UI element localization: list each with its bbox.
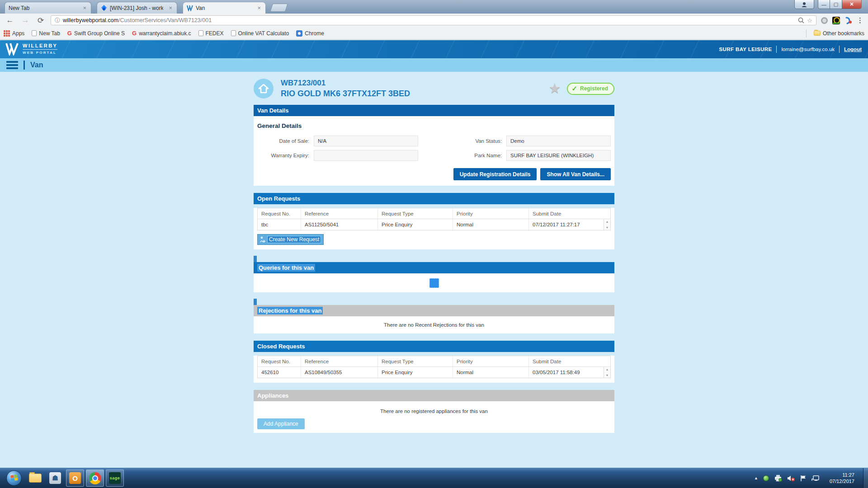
- chrome-icon: [89, 472, 101, 484]
- close-button[interactable]: ✕: [842, 0, 862, 9]
- forward-icon[interactable]: →: [20, 16, 31, 25]
- start-button[interactable]: [6, 470, 22, 486]
- cell-submit-date: 07/12/2017 11:27:17: [529, 219, 610, 230]
- minimize-button[interactable]: —: [818, 0, 830, 9]
- taskbar-sage[interactable]: sage: [106, 469, 124, 487]
- phone-extension-icon[interactable]: [844, 17, 852, 24]
- address-bar[interactable]: ⓘ willerbywebportal.com/CustomerServices…: [51, 15, 816, 25]
- search-icon[interactable]: [798, 17, 804, 23]
- page-icon: [231, 30, 236, 36]
- tab-close-icon[interactable]: ×: [168, 5, 173, 11]
- network-icon[interactable]: [811, 475, 819, 482]
- cell-request-no: 452610: [258, 367, 301, 378]
- taskbar-clock[interactable]: 11:27 07/12/2017: [830, 472, 854, 484]
- show-desktop-button[interactable]: [863, 468, 868, 488]
- person-icon: [801, 2, 807, 7]
- column-header[interactable]: Submit Date: [529, 356, 610, 367]
- table-row[interactable]: 452610 AS10849/50355 Price Enquiry Norma…: [258, 367, 610, 378]
- maximize-button[interactable]: ▢: [830, 0, 842, 9]
- google-g-icon: G: [67, 30, 72, 37]
- tray-status-icon[interactable]: [763, 475, 769, 481]
- logout-link[interactable]: Logout: [844, 47, 862, 52]
- taskbar-outlook[interactable]: O: [66, 469, 84, 487]
- hamburger-menu-icon[interactable]: [6, 61, 18, 69]
- update-registration-button[interactable]: Update Registration Details: [453, 168, 537, 180]
- clock-date: 07/12/2017: [830, 478, 854, 484]
- taskbar-chrome[interactable]: [86, 469, 104, 487]
- bookmark-chrome[interactable]: Chrome: [296, 30, 324, 37]
- willerby-logo[interactable]: WILLERBY WEB PORTAL: [5, 42, 57, 56]
- queries-title: Queries for this van: [257, 264, 315, 272]
- volume-muted-icon[interactable]: [787, 475, 795, 482]
- column-header[interactable]: Reference: [301, 356, 378, 367]
- favourite-star-icon[interactable]: ★: [548, 82, 561, 95]
- chrome-menu-icon[interactable]: ⋮: [857, 16, 863, 24]
- table-scroll-spinner[interactable]: ▲ ▼: [604, 367, 610, 378]
- action-center-flag-icon[interactable]: [800, 475, 807, 482]
- bookmark-label: Apps: [12, 30, 24, 37]
- bookmark-label: Online VAT Calculato: [238, 30, 289, 37]
- field-label: Park Name:: [450, 153, 506, 158]
- column-header[interactable]: Submit Date: [529, 208, 610, 219]
- extension-ring-icon[interactable]: [821, 17, 828, 24]
- back-icon[interactable]: ←: [5, 16, 15, 25]
- folder-icon: [814, 31, 821, 36]
- scroll-down-icon[interactable]: ▼: [606, 226, 609, 229]
- field-label: Van Status:: [450, 138, 506, 144]
- bookmark-star-icon[interactable]: ☆: [807, 17, 812, 24]
- other-bookmarks-button[interactable]: Other bookmarks: [814, 30, 864, 37]
- cell-priority: Normal: [453, 367, 529, 378]
- table-row[interactable]: tbc AS11250/5041 Price Enquiry Normal 07…: [258, 219, 610, 230]
- add-appliance-button[interactable]: Add Appliance: [257, 418, 305, 429]
- system-tray: ▲ 11:27 07/12/2017: [754, 468, 865, 488]
- new-tab-button[interactable]: [270, 4, 288, 12]
- profile-button[interactable]: [794, 0, 814, 9]
- rejections-title: Rejections for this van: [257, 307, 323, 314]
- show-all-van-details-button[interactable]: Show All Van Details...: [540, 168, 611, 180]
- tray-expand-icon[interactable]: ▲: [754, 476, 758, 480]
- tab-jira[interactable]: [WIN-231] Josh - worksh ×: [97, 2, 177, 14]
- create-new-request-button[interactable]: Create New Request: [257, 234, 324, 245]
- apps-grid-icon: [4, 30, 10, 37]
- cell-priority: Normal: [453, 219, 529, 230]
- taskbar-explorer[interactable]: [26, 469, 44, 487]
- bookmark-warrantyclaim[interactable]: G warrantyclaim.abiuk.c: [132, 30, 191, 37]
- bookmark-vat-calculator[interactable]: Online VAT Calculato: [231, 30, 289, 37]
- tab-close-icon[interactable]: ×: [82, 5, 87, 11]
- open-requests-panel: Open Requests Request No. Reference Requ…: [254, 193, 614, 249]
- column-header[interactable]: Priority: [453, 208, 529, 219]
- queries-header: Queries for this van: [254, 262, 614, 273]
- rejections-panel: Rejections for this van There are no Rec…: [254, 305, 614, 333]
- account-company: SURF BAY LEISURE: [719, 47, 772, 52]
- bookmark-swift-group[interactable]: G Swift Group Online S: [67, 30, 125, 37]
- table-scroll-spinner[interactable]: ▲ ▼: [604, 219, 610, 230]
- printer-icon[interactable]: [774, 474, 782, 482]
- bookmark-apps[interactable]: Apps: [4, 30, 24, 37]
- scroll-down-icon[interactable]: ▼: [606, 374, 609, 377]
- bookmark-fedex[interactable]: FEDEX: [198, 30, 224, 37]
- appliances-header: Appliances: [254, 390, 614, 401]
- scroll-up-icon[interactable]: ▲: [606, 220, 609, 223]
- tab-van[interactable]: Van ×: [183, 2, 266, 14]
- column-header[interactable]: Reference: [301, 208, 378, 219]
- willerby-favicon: [187, 5, 193, 11]
- bookmark-new-tab[interactable]: New Tab: [32, 30, 60, 37]
- browser-tab-strip: New Tab × [WIN-231] Josh - worksh × Van …: [0, 0, 868, 14]
- column-header[interactable]: Request No.: [258, 356, 301, 367]
- tab-new-tab[interactable]: New Tab ×: [5, 2, 91, 14]
- column-header[interactable]: Request No.: [258, 208, 301, 219]
- column-header[interactable]: Priority: [453, 356, 529, 367]
- scroll-up-icon[interactable]: ▲: [606, 368, 609, 371]
- queries-panel: Queries for this van: [254, 262, 614, 292]
- van-title-row: WB7123/001 RIO GOLD MK6 37FTX12FT 3BED ★…: [254, 77, 614, 100]
- page-info-icon[interactable]: ⓘ: [55, 17, 60, 24]
- column-header[interactable]: Request Type: [378, 208, 453, 219]
- sage-icon: sage: [109, 472, 121, 484]
- refresh-icon[interactable]: ⟳: [35, 16, 46, 25]
- tab-close-icon[interactable]: ×: [256, 5, 262, 11]
- tab-title: New Tab: [9, 5, 29, 11]
- norton-extension-icon[interactable]: [832, 17, 840, 24]
- google-g-icon: G: [132, 30, 137, 37]
- column-header[interactable]: Request Type: [378, 356, 453, 367]
- taskbar-app[interactable]: ☗: [46, 469, 64, 487]
